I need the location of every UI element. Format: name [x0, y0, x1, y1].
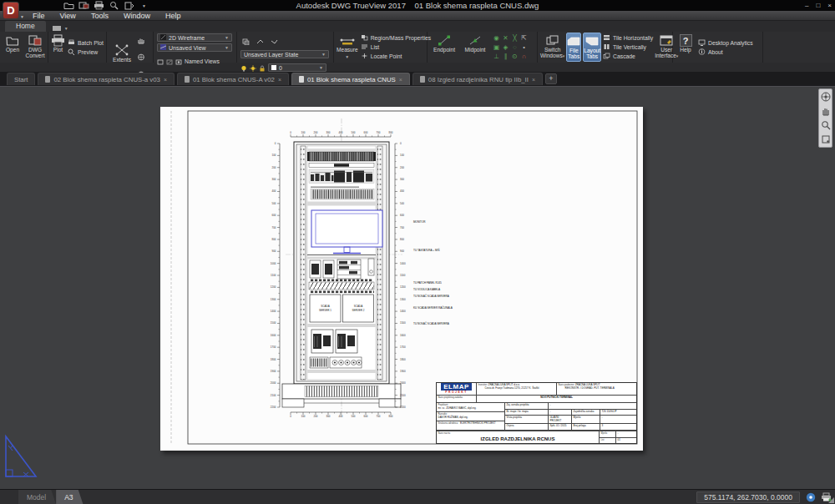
osnap-node-icon[interactable]: ◌	[513, 43, 516, 52]
ribbon-panel-layers: Unsaved Layer State▼ 0▼ Layers	[237, 32, 334, 63]
file-tabs-toggle-button[interactable]: File Tabs	[566, 33, 581, 62]
application-menu-button[interactable]: D▼	[3, 2, 19, 19]
layer-isolate-icon[interactable]	[256, 33, 264, 48]
named-views-button[interactable]: Named Views	[185, 58, 220, 65]
close-button[interactable]: ×	[827, 0, 832, 11]
dwg-convert-button[interactable]: DWG Convert	[25, 33, 45, 62]
ribbon-options-icon[interactable]: ▼	[53, 25, 68, 32]
about-button[interactable]: About	[698, 48, 753, 56]
named-views-icon[interactable]	[175, 53, 182, 68]
file-tab-doc3-active[interactable]: 01 Blok shema raspleta CNUS×	[291, 73, 410, 85]
steering-wheel-icon[interactable]	[820, 91, 831, 102]
locate-point-button[interactable]: Locate Point	[361, 53, 432, 60]
layer-state-combo[interactable]: Unsaved Layer State▼	[240, 50, 329, 58]
drawing-canvas[interactable]: SCADA SERVER 1 SCADA SERVER 2 MONITOR TU…	[0, 87, 835, 489]
osnap-nearest-icon[interactable]: •	[523, 43, 525, 52]
file-tab-doc2[interactable]: 01 Blok shema CNUS-A v02×	[177, 73, 289, 85]
new-tab-button[interactable]: +	[545, 73, 557, 84]
layer-combo[interactable]: 0▼	[268, 63, 326, 72]
annotation-monitor: MONITOR	[413, 220, 426, 224]
region-mass-properties-button[interactable]: Region/Mass Properties	[361, 34, 432, 42]
ribbon-panel-navigation: Extents Navigation	[107, 32, 154, 63]
extents-button[interactable]: Extents	[109, 43, 134, 72]
view-forward-icon[interactable]	[166, 53, 173, 68]
view-back-icon[interactable]	[157, 53, 164, 68]
visual-style-combo[interactable]: 2D Wireframe▼	[157, 33, 232, 42]
model-tab[interactable]: Model	[18, 490, 56, 504]
menu-help[interactable]: Help	[158, 11, 189, 21]
cascade-button[interactable]: Cascade	[603, 53, 653, 60]
switch-windows-button[interactable]: Switch Windows▾	[540, 33, 564, 62]
tile-vertically-button[interactable]: Tile Vertically	[603, 43, 653, 51]
osnap-extension-icon[interactable]: ⇱	[521, 34, 526, 43]
plot-button[interactable]: Plot	[51, 33, 65, 62]
open-button[interactable]: Open	[3, 33, 23, 62]
qat-dropdown-icon[interactable]: ▼	[139, 1, 149, 10]
desktop-analytics-button[interactable]: Desktop Analytics	[698, 39, 753, 47]
osnap-apparent-intersection-icon[interactable]: ╳	[513, 34, 517, 43]
measure-button[interactable]: Measure ▼	[337, 33, 358, 62]
maximize-button[interactable]: □	[816, 0, 820, 11]
menu-file[interactable]: File	[25, 11, 53, 21]
ruler-tick-label: 1200	[271, 285, 276, 289]
view-combo[interactable]: Unsaved View▼	[157, 43, 232, 52]
file-tab-doc3-close-icon[interactable]: ×	[399, 77, 402, 83]
osnap-perpendicular-icon[interactable]: ⊥	[493, 53, 499, 61]
visual-style-value: 2D Wireframe	[169, 35, 222, 41]
osnap-snap-mode-icon[interactable]: ∩	[522, 53, 526, 61]
list-button[interactable]: List	[361, 43, 432, 51]
batch-plot-button[interactable]: Batch Plot	[68, 39, 104, 47]
layout-tabs-icon	[585, 34, 599, 48]
navigate-icon[interactable]	[137, 49, 145, 64]
layout-tabs-toggle-button[interactable]: Layout Tabs	[583, 33, 601, 62]
osnap-intersection-icon[interactable]: ✕	[503, 34, 508, 43]
layer-properties-icon[interactable]	[242, 33, 250, 48]
help-button[interactable]: ? Help	[676, 33, 696, 62]
osnap-center-icon[interactable]: ◉	[493, 34, 499, 43]
resize-grip[interactable]	[828, 497, 834, 503]
tab-home[interactable]: Home	[5, 21, 46, 32]
list-label: List	[371, 44, 380, 50]
midpoint-button[interactable]: Midpoint	[461, 33, 489, 62]
file-tab-doc1-close-icon[interactable]: ×	[164, 77, 167, 83]
ruler-tick-label: 0	[290, 415, 291, 418]
ruler-tick-label: 700	[400, 226, 404, 229]
layout-tab-a3[interactable]: A3	[56, 490, 83, 504]
cascade-label: Cascade	[613, 53, 635, 59]
locate-point-icon	[361, 53, 368, 60]
file-tab-doc2-close-icon[interactable]: ×	[278, 77, 281, 83]
layer-unisolate-icon[interactable]	[271, 33, 278, 48]
annotation-monitor-icon[interactable]	[805, 491, 816, 502]
navbar-customize-icon[interactable]: ⚙	[827, 87, 831, 88]
app-menu-caret-icon: ▼	[20, 9, 24, 25]
qat-open-icon[interactable]	[63, 1, 74, 10]
orbit-cube-icon[interactable]	[820, 134, 831, 144]
open-button-label: Open	[6, 47, 19, 53]
endpoint-button[interactable]: Endpoint	[430, 33, 458, 62]
paper-sheet[interactable]: SCADA SERVER 1 SCADA SERVER 2 MONITOR TU…	[160, 107, 643, 451]
zoom-icon[interactable]	[820, 119, 831, 130]
menu-view[interactable]: View	[53, 11, 84, 21]
menu-window[interactable]: Window	[116, 11, 158, 21]
tile-horizontally-button[interactable]: Tile Horizontally	[603, 34, 653, 42]
osnap-parallel-icon[interactable]: ∥	[504, 53, 508, 61]
file-tab-doc1[interactable]: 02 Blok shema raspleta CNUS-a v03×	[38, 73, 175, 85]
file-tab-doc4-close-icon[interactable]: ×	[532, 77, 535, 83]
pan-hand-icon[interactable]	[820, 105, 831, 116]
osnap-quadrant-icon[interactable]: ◈	[504, 43, 509, 52]
osnap-insert-icon[interactable]: ▣	[493, 43, 499, 52]
svg-text:SCADA: SCADA	[354, 305, 362, 308]
qat-publish-icon[interactable]	[124, 1, 134, 10]
preview-button[interactable]: Preview	[68, 48, 104, 56]
file-tab-doc4[interactable]: 08 Izgled razdjelnika RNU tip IIb_II×	[412, 73, 543, 85]
qat-plot-icon[interactable]	[94, 1, 104, 10]
minimize-button[interactable]: –	[805, 0, 808, 11]
region-label: Region/Mass Properties	[371, 35, 432, 41]
osnap-tangent-icon[interactable]: ⊙	[512, 53, 517, 61]
qat-convert-icon[interactable]	[78, 1, 89, 10]
menu-tools[interactable]: Tools	[84, 11, 116, 21]
pan-icon[interactable]	[137, 33, 145, 48]
switch-windows-icon	[546, 33, 559, 47]
file-tab-start[interactable]: Start	[7, 73, 35, 85]
qat-preview-icon[interactable]	[109, 1, 119, 10]
